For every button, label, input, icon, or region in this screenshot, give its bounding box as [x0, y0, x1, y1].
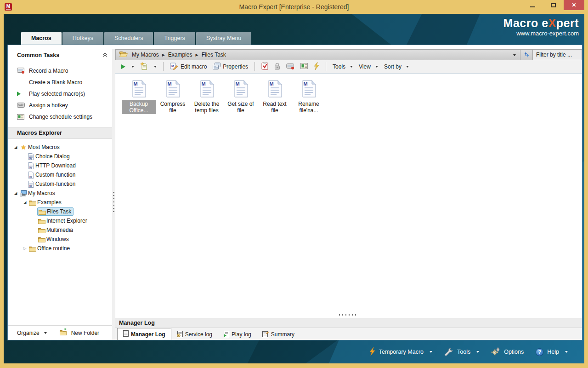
expander-expanded-icon[interactable]: ◢: [12, 145, 19, 150]
log-panel-header: Manager Log: [115, 318, 582, 328]
new-macro-button[interactable]: [139, 61, 149, 72]
content-panel: Common Tasks Record a Macro: [7, 45, 582, 340]
breadcrumb-examples[interactable]: Examples: [166, 52, 194, 58]
tree-item-my-macros[interactable]: ◢ My Macros: [8, 189, 112, 198]
sortby-menu[interactable]: Sort by: [383, 63, 410, 71]
file-item-compress-file[interactable]: M Compress file: [156, 80, 190, 114]
svg-text:M: M: [167, 81, 171, 86]
file-label: Rename file'na...: [292, 100, 326, 114]
tab-triggers[interactable]: Triggers: [154, 32, 195, 45]
task-change-schedule[interactable]: Change schedule settings: [8, 111, 112, 122]
collapse-chevron-icon[interactable]: [102, 52, 107, 58]
macro-file-icon: M: [267, 80, 283, 99]
tree-item-choice-dialog[interactable]: M Choice Dialog: [8, 152, 112, 161]
tree-item-examples[interactable]: ◢ Examples: [8, 198, 112, 207]
task-record-macro[interactable]: Record a Macro: [8, 65, 112, 76]
log-tab-service-log[interactable]: Service log: [171, 329, 218, 340]
log-tab-manager-log[interactable]: Manager Log: [117, 328, 171, 340]
tab-macros[interactable]: Macros: [21, 32, 62, 45]
log-tab-play-log[interactable]: Play log: [218, 329, 257, 340]
tree-item-files-task[interactable]: Files Task: [8, 207, 112, 216]
play-button[interactable]: [120, 63, 127, 70]
refresh-icon[interactable]: [520, 52, 532, 58]
properties-button[interactable]: Properties: [211, 62, 249, 72]
properties-icon: [213, 63, 220, 71]
svg-text:M: M: [201, 81, 205, 86]
tree-item-windows[interactable]: Windows: [8, 235, 112, 244]
validate-button[interactable]: [260, 61, 270, 72]
service-log-icon: [177, 331, 183, 339]
task-assign-hotkey[interactable]: Assign a hotkey: [8, 99, 112, 111]
file-item-backup-office[interactable]: M Backup Office...: [122, 80, 156, 114]
svg-text:M: M: [133, 81, 137, 86]
edit-macro-icon: M: [170, 63, 178, 71]
tab-schedulers[interactable]: Schedulers: [104, 32, 153, 45]
task-create-blank-macro[interactable]: Create a Blank Macro: [8, 76, 112, 88]
trigger-button[interactable]: [312, 61, 321, 72]
play-dropdown[interactable]: [130, 65, 136, 69]
new-macro-dropdown[interactable]: [153, 65, 158, 69]
record-button[interactable]: [285, 62, 296, 72]
temporary-macro-menu[interactable]: Temporary Macro: [369, 347, 432, 357]
brand-logo: Macro eXpert www.macro-expert.com: [503, 17, 579, 37]
tab-hotkeys[interactable]: Hotkeys: [62, 32, 103, 45]
breadcrumb-my-macros[interactable]: My Macros: [130, 52, 161, 58]
tree-item-custom-function-1[interactable]: M Custom-function: [8, 170, 112, 179]
macro-file-icon: M: [165, 80, 181, 99]
tools-menu-bottom[interactable]: Tools: [444, 347, 479, 357]
task-play-selected[interactable]: Play selected macro(s): [8, 88, 112, 99]
lock-icon: [274, 63, 280, 71]
maximize-button[interactable]: [543, 0, 564, 10]
options-button[interactable]: Options: [491, 347, 524, 357]
schedule-icon: [300, 63, 308, 70]
tree-item-internet-explorer[interactable]: Internet Explorer: [8, 216, 112, 225]
svg-text:M: M: [171, 64, 174, 67]
minimize-button[interactable]: [522, 0, 543, 10]
help-menu[interactable]: ? Help: [536, 348, 568, 356]
log-splitter[interactable]: [115, 311, 582, 318]
tab-systray-menu[interactable]: Systray Menu: [196, 32, 251, 45]
chevron-down-icon: [44, 332, 47, 334]
window-title: Macro Expert [Enterprise - Registered]: [0, 0, 588, 14]
schedule-button[interactable]: [299, 62, 309, 71]
edit-macro-button[interactable]: M Edit macro: [169, 62, 208, 72]
tools-label: Tools: [333, 63, 345, 70]
new-folder-button[interactable]: New Folder: [60, 328, 99, 337]
lightning-icon: [314, 62, 319, 71]
macro-doc-icon: M: [26, 162, 35, 169]
breadcrumb-files-task[interactable]: Files Task: [200, 52, 228, 58]
chevron-down-icon: [565, 351, 568, 353]
common-tasks-header: Common Tasks: [8, 49, 112, 61]
organize-button[interactable]: Organize: [17, 330, 47, 336]
filter-input[interactable]: [536, 52, 578, 58]
macro-doc-icon: M: [26, 181, 35, 188]
folder-icon: [28, 246, 37, 252]
log-document-icon: [123, 330, 129, 338]
close-button[interactable]: ✕: [564, 0, 584, 10]
tree-item-most-macros[interactable]: ◢ ★ Most Macros: [8, 143, 112, 152]
summary-icon: [262, 331, 269, 339]
expander-expanded-icon[interactable]: ◢: [12, 191, 19, 196]
view-menu[interactable]: View: [357, 63, 379, 71]
expander-expanded-icon[interactable]: ◢: [22, 200, 28, 205]
file-item-read-text-file[interactable]: M Read text file: [258, 80, 292, 114]
lock-button[interactable]: [273, 62, 282, 72]
sidebar-splitter[interactable]: [112, 49, 115, 340]
file-item-delete-temp-files[interactable]: M Delete the temp files: [190, 80, 224, 114]
folder-icon: [38, 209, 47, 215]
tree-label: Most Macros: [28, 144, 60, 150]
log-tab-label: Manager Log: [131, 331, 165, 338]
tree-item-office-routine[interactable]: ▷ Office routine: [8, 244, 112, 253]
tools-label: Tools: [457, 349, 470, 355]
tree-item-http-download[interactable]: M HTTP Download: [8, 161, 112, 170]
tools-menu[interactable]: Tools: [331, 63, 354, 71]
file-item-rename-file[interactable]: M Rename file'na...: [292, 80, 326, 114]
tree-item-custom-function-2[interactable]: M Custom-function: [8, 179, 112, 189]
expander-collapsed-icon[interactable]: ▷: [22, 246, 28, 251]
selected-tree-node: Files Task: [37, 207, 74, 216]
task-label: Create a Blank Macro: [29, 79, 82, 86]
breadcrumb-history-dropdown[interactable]: [509, 52, 520, 58]
file-item-get-size-of-file[interactable]: M Get size of file: [224, 80, 258, 114]
tree-item-multimedia[interactable]: Multimedia: [8, 225, 112, 235]
log-tab-summary[interactable]: Summary: [257, 329, 300, 340]
